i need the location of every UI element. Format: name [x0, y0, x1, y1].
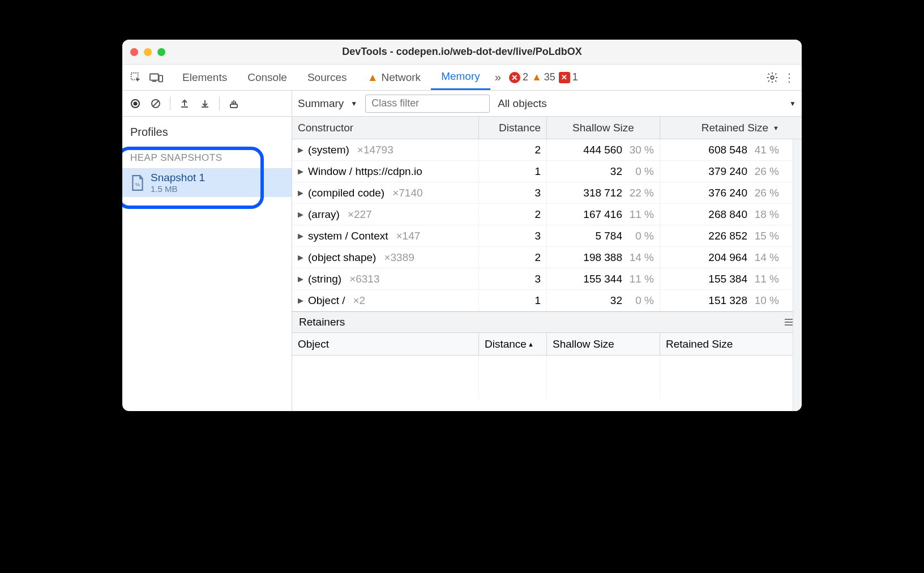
expand-icon[interactable]: ▶ [298, 253, 303, 262]
col-object[interactable]: Object [292, 333, 479, 355]
tab-elements[interactable]: Elements [172, 65, 237, 90]
retained-size-value: 226 852 [708, 230, 747, 242]
tab-label: Network [381, 71, 421, 84]
snapshot-text: Snapshot 1 1.5 MB [151, 172, 205, 194]
devtools-window: DevTools - codepen.io/web-dot-dev/live/P… [122, 40, 802, 411]
heap-snapshots-group: HEAP SNAPSHOTS % Snapshot 1 1.5 MB [122, 150, 292, 197]
constructor-name: (array) [308, 208, 340, 221]
tab-sources[interactable]: Sources [297, 65, 357, 90]
svg-text:%: % [135, 181, 140, 187]
clear-button[interactable] [147, 95, 164, 112]
divider [170, 97, 170, 110]
table-row[interactable]: ▶(array)×2272167 41611 %268 84018 % [292, 204, 802, 225]
shallow-size-value: 32 [610, 165, 622, 178]
shallow-size-value: 167 416 [583, 208, 622, 221]
col-distance[interactable]: Distance [479, 117, 547, 139]
warning-count-value: 35 [544, 71, 555, 83]
expand-icon[interactable]: ▶ [298, 296, 303, 305]
message-count[interactable]: ✕ 1 [559, 71, 578, 83]
table-row[interactable]: ▶(object shape)×33892198 38814 %204 9641… [292, 247, 802, 268]
distance-value: 1 [534, 294, 541, 307]
warning-count[interactable]: ▲ 35 [532, 71, 555, 83]
constructor-name: (system) [308, 144, 349, 156]
tab-label: Sources [307, 71, 347, 84]
col-retained-size[interactable]: Retained Size [660, 333, 785, 355]
retained-size-value: 155 384 [708, 273, 747, 285]
shallow-size-pct: 0 % [628, 165, 654, 178]
shallow-size-pct: 0 % [628, 294, 654, 307]
object-scope-dropdown[interactable]: All objects [498, 97, 547, 110]
tab-console[interactable]: Console [237, 65, 297, 90]
retainers-title: Retainers [299, 316, 345, 328]
distance-value: 3 [534, 230, 541, 242]
sidebar-group-label: HEAP SNAPSHOTS [122, 150, 292, 168]
close-window-button[interactable] [130, 48, 138, 56]
retained-size-value: 376 240 [708, 187, 747, 199]
class-filter-input[interactable] [365, 95, 490, 113]
expand-icon[interactable]: ▶ [298, 167, 303, 176]
object-scope-label: All objects [498, 97, 547, 110]
distance-value: 3 [534, 187, 541, 199]
snapshot-item[interactable]: % Snapshot 1 1.5 MB [122, 168, 292, 197]
warning-icon: ▲ [532, 71, 542, 83]
instance-count: ×227 [348, 208, 372, 221]
window-controls [130, 48, 165, 56]
table-row[interactable]: ▶Object /×21320 %151 32810 % [292, 290, 802, 311]
window-title: DevTools - codepen.io/web-dot-dev/live/P… [122, 46, 802, 58]
table-row[interactable]: ▶(system)×147932444 56030 %608 54841 % [292, 139, 802, 161]
instance-count: ×7140 [392, 187, 422, 199]
svg-point-6 [134, 101, 138, 105]
expand-icon[interactable]: ▶ [298, 146, 303, 154]
device-toggle-icon[interactable] [148, 70, 164, 85]
expand-icon[interactable]: ▶ [298, 189, 303, 197]
table-row[interactable]: ▶Window / https://cdpn.io1320 %379 24026… [292, 161, 802, 182]
distance-value: 3 [534, 273, 541, 285]
inspect-element-icon[interactable] [128, 70, 144, 85]
scrollbar[interactable] [793, 139, 802, 411]
message-count-value: 1 [572, 71, 578, 83]
tab-memory[interactable]: Memory [431, 65, 490, 90]
table-row[interactable]: ▶system / Context×14735 7840 %226 85215 … [292, 225, 802, 247]
retained-size-pct: 26 % [753, 187, 779, 199]
col-retained-size[interactable]: Retained Size▼ [660, 117, 785, 139]
retained-size-value: 204 964 [708, 251, 747, 264]
chevron-down-icon[interactable]: ▼ [789, 100, 796, 108]
save-profile-button[interactable] [196, 95, 213, 112]
table-row[interactable]: ▶(compiled code)×71403318 71222 %376 240… [292, 182, 802, 204]
issue-counts: ✕ 2 ▲ 35 ✕ 1 [509, 71, 578, 83]
svg-line-8 [153, 101, 159, 106]
expand-icon[interactable]: ▶ [298, 275, 303, 283]
expand-icon[interactable]: ▶ [298, 232, 303, 240]
instance-count: ×6313 [349, 273, 379, 285]
more-options-button[interactable]: ⋮ [784, 71, 795, 84]
load-profile-button[interactable] [176, 95, 193, 112]
retained-size-pct: 14 % [753, 251, 779, 264]
col-constructor[interactable]: Constructor [292, 117, 479, 139]
tab-label: Memory [441, 70, 480, 83]
tab-network[interactable]: ▲ Network [357, 65, 431, 90]
col-distance[interactable]: Distance▲ [479, 333, 547, 355]
distance-value: 2 [534, 144, 541, 156]
message-icon: ✕ [559, 72, 570, 83]
error-icon: ✕ [509, 72, 520, 83]
toolbar-left [122, 91, 292, 116]
col-shallow-size[interactable]: Shallow Size [547, 117, 660, 139]
distance-value: 2 [534, 251, 541, 264]
expand-icon[interactable]: ▶ [298, 210, 303, 219]
more-tabs-button[interactable]: » [495, 71, 501, 84]
error-count[interactable]: ✕ 2 [509, 71, 528, 83]
retained-size-value: 151 328 [708, 294, 747, 307]
table-row[interactable]: ▶(string)×63133155 34411 %155 38411 % [292, 268, 802, 290]
table-header: Constructor Distance Shallow Size Retain… [292, 117, 802, 139]
retained-size-pct: 41 % [753, 144, 779, 156]
settings-button[interactable] [764, 70, 780, 85]
garbage-collect-button[interactable] [225, 95, 242, 112]
minimize-window-button[interactable] [144, 48, 152, 56]
record-button[interactable] [127, 95, 144, 112]
maximize-window-button[interactable] [157, 48, 165, 56]
col-shallow-size[interactable]: Shallow Size [547, 333, 660, 355]
constructor-name: system / Context [308, 230, 388, 242]
constructor-name: Window / https://cdpn.io [308, 165, 422, 178]
svg-rect-1 [150, 74, 159, 80]
view-mode-dropdown[interactable]: Summary ▼ [298, 97, 357, 110]
